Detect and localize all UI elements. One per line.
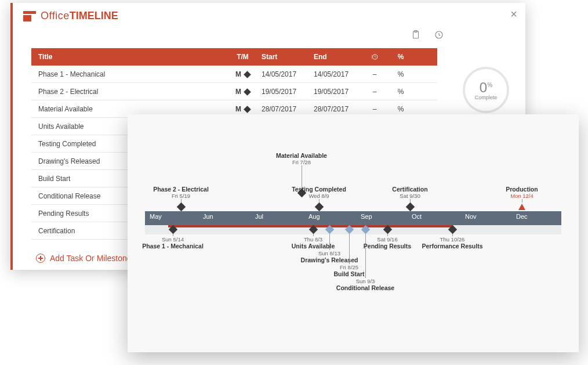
progress-unit: %	[487, 82, 492, 88]
cell-pct: %	[389, 88, 412, 96]
diamond-icon	[314, 203, 324, 212]
diamond-icon	[405, 203, 415, 212]
milestone-above: CertificationSat 9/30	[375, 186, 445, 211]
progress-label: Complete	[475, 95, 498, 100]
cell-dash: –	[360, 105, 389, 113]
app-logo: OfficeTIMELINE	[23, 10, 118, 22]
diamond-icon	[244, 71, 251, 78]
table-row[interactable]: Phase 1 - MechanicalM14/05/201714/05/201…	[31, 66, 437, 83]
col-recent[interactable]	[360, 53, 389, 62]
plus-icon	[36, 254, 45, 263]
cell-dash: –	[360, 70, 389, 78]
triangle-icon	[518, 204, 525, 210]
add-task-button[interactable]: Add Task Or Milestone	[36, 254, 132, 263]
month-label: May	[150, 213, 162, 220]
cell-title: Phase 1 - Mechanical	[38, 70, 230, 78]
progress-ring: 0% Complete	[463, 67, 509, 113]
diamond-icon	[383, 225, 392, 234]
milestone-above: Testing CompletedWed 8/9	[284, 186, 354, 211]
col-start[interactable]: Start	[256, 53, 308, 61]
month-label: Aug	[308, 213, 320, 220]
cell-tm: M	[230, 105, 256, 113]
milestone-below: Sun 5/14Phase 1 - Mechanical	[138, 225, 208, 250]
table-row[interactable]: Phase 2 - ElectricalM19/05/201719/05/201…	[31, 83, 437, 100]
col-end[interactable]: End	[308, 53, 360, 61]
milestone-above: Phase 2 - ElectricalFri 5/19	[146, 186, 216, 211]
milestone-below: Sat 9/16Pending Results	[353, 225, 422, 250]
cell-start: 28/07/2017	[256, 105, 308, 113]
logo-word-light: Office	[41, 10, 70, 21]
cell-title: Material Available	[38, 105, 230, 113]
toolbar-icons	[411, 29, 444, 41]
col-pct[interactable]: %	[389, 53, 412, 61]
timeline-preview: MayJunJulAugSepOctNovDec Phase 2 - Elect…	[128, 114, 579, 352]
cell-tm: M	[230, 88, 256, 96]
month-label: Oct	[412, 213, 422, 220]
month-label: Sep	[361, 213, 372, 220]
cell-start: 14/05/2017	[256, 70, 308, 78]
diamond-icon	[244, 88, 251, 96]
diamond-icon	[448, 225, 457, 234]
cell-end: 19/05/2017	[308, 88, 360, 96]
clock-icon[interactable]	[434, 29, 444, 41]
logo-word-bold: TIMELINE	[70, 10, 118, 21]
cell-end: 14/05/2017	[308, 70, 360, 78]
month-label: Jun	[203, 213, 213, 220]
cell-tm: M	[230, 70, 256, 78]
diamond-icon	[244, 106, 251, 113]
milestone-above: ProductionMon 12/4	[487, 186, 557, 211]
cell-pct: %	[389, 105, 412, 113]
month-label: Dec	[516, 213, 528, 220]
cell-dash: –	[360, 88, 389, 96]
close-icon[interactable]: ×	[510, 8, 517, 21]
logo-icon	[23, 11, 36, 21]
cell-pct: %	[389, 70, 412, 78]
cell-end: 28/07/2017	[308, 105, 360, 113]
cell-start: 19/05/2017	[256, 88, 308, 96]
recent-icon	[371, 53, 379, 61]
col-title[interactable]: Title	[38, 53, 230, 61]
diamond-icon	[176, 203, 186, 212]
logo-text: OfficeTIMELINE	[41, 10, 118, 22]
col-tm[interactable]: T/M	[230, 53, 256, 61]
progress-value: 0	[480, 79, 487, 95]
month-label: Jul	[255, 213, 263, 220]
diamond-icon	[168, 225, 177, 234]
month-label: Nov	[465, 213, 477, 220]
grid-header: Title T/M Start End %	[31, 48, 437, 66]
add-task-label: Add Task Or Milestone	[50, 254, 132, 263]
cell-title: Phase 2 - Electrical	[38, 88, 230, 96]
clipboard-icon[interactable]	[411, 29, 421, 41]
milestone-below: Thu 10/26Performance Results	[418, 225, 487, 250]
